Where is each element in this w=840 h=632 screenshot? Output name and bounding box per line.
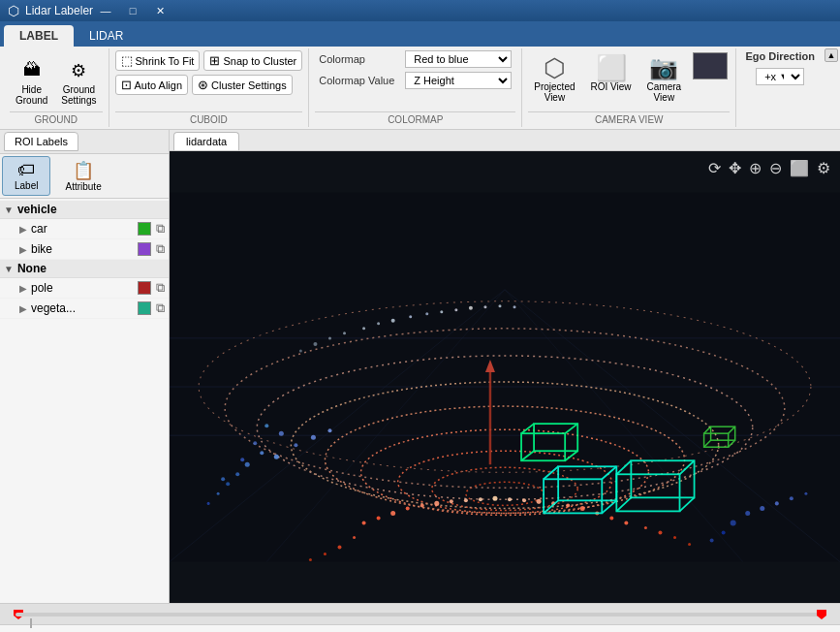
chevron-down-icon: ▼ — [4, 205, 14, 215]
viewer-toolbar: ⟳ ✥ ⊕ ⊖ ⬜ ⚙ — [706, 157, 832, 179]
tree-item-car[interactable]: ▶ car ⧉ — [0, 219, 169, 239]
ground-section-label: GROUND — [10, 111, 103, 125]
camera-thumbnail — [693, 52, 728, 79]
main-area: ROI Labels 🏷 Label 📋 Attribute ▼ vehicle… — [0, 130, 840, 603]
svg-point-56 — [377, 516, 381, 520]
svg-point-39 — [804, 492, 807, 495]
svg-point-18 — [260, 451, 264, 455]
settings-icon[interactable]: ⚙ — [815, 157, 832, 179]
pan-icon[interactable]: ✥ — [727, 157, 743, 179]
auto-align-button[interactable]: ⊡ Auto Align — [115, 75, 189, 95]
ego-label: Ego Direction — [745, 50, 815, 62]
svg-point-63 — [479, 497, 482, 501]
rotate-icon[interactable]: ⟳ — [706, 157, 723, 179]
svg-point-77 — [309, 558, 312, 561]
lidardata-tab[interactable]: lidardata — [173, 132, 239, 150]
cuboid-controls: ⬚ Shrink To Fit ⊞ Snap to Cluster ⊡ Auto… — [115, 50, 303, 111]
camera-section-label: CAMERA VIEW — [528, 111, 730, 125]
svg-point-34 — [722, 530, 726, 534]
ribbon-collapse-button[interactable]: ▲ — [824, 48, 838, 62]
svg-point-60 — [434, 501, 439, 506]
camera-icon: 📷 — [650, 54, 677, 81]
tree-item-pole[interactable]: ▶ pole ⧉ — [0, 278, 169, 299]
svg-point-73 — [624, 521, 628, 524]
cluster-settings-button[interactable]: ⊛ Cluster Settings — [192, 75, 293, 95]
svg-point-50 — [513, 305, 516, 308]
svg-point-35 — [760, 506, 764, 511]
ego-direction-select[interactable]: +x ▼ — [756, 68, 804, 85]
chevron-down-icon: ▼ — [4, 264, 14, 274]
window-controls: — □ ✕ — [93, 1, 172, 20]
roi-view-button[interactable]: ⬜ ROI View — [585, 50, 638, 96]
ego-controls: Ego Direction +x ▼ — [745, 50, 815, 125]
timeline-bar[interactable] — [16, 613, 824, 616]
sidebar-header: ROI Labels — [0, 130, 169, 154]
tab-lidar[interactable]: LIDAR — [74, 25, 139, 47]
tree-group-vehicle[interactable]: ▼ vehicle — [0, 201, 169, 219]
hide-ground-button[interactable]: 🏔 Hide Ground — [10, 53, 53, 110]
sidebar-tree: ▼ vehicle ▶ car ⧉ ▶ bike ⧉ ▼ None ▶ — [0, 199, 169, 603]
snap-to-cluster-button[interactable]: ⊞ Snap to Cluster — [203, 50, 302, 71]
zoom-in-icon[interactable]: ⊕ — [747, 157, 763, 179]
ribbon-section-camera: ⬡ Projected View ⬜ ROI View 📷 Camera Vie… — [522, 48, 736, 127]
zoom-out-icon[interactable]: ⊖ — [767, 157, 784, 179]
restore-button[interactable]: □ — [120, 1, 145, 20]
ribbon: 🏔 Hide Ground ⚙ Ground Settings GROUND ⬚… — [0, 47, 840, 130]
svg-point-21 — [226, 482, 230, 486]
chevron-right-icon: ▶ — [19, 224, 27, 235]
tree-item-vegetation[interactable]: ▶ vegeta... ⧉ — [0, 299, 169, 319]
svg-point-32 — [731, 520, 736, 525]
timeline-end-marker — [817, 610, 826, 619]
label-tool-button[interactable]: 🏷 Label — [2, 156, 50, 196]
svg-point-75 — [338, 546, 342, 550]
ribbon-tab-bar: LABEL LIDAR — [0, 21, 840, 47]
colormap-value-select[interactable]: Z Height — [405, 72, 512, 89]
projected-view-button[interactable]: ⬡ Projected View — [528, 50, 580, 107]
ground-settings-button[interactable]: ⚙ Ground Settings — [55, 53, 102, 110]
pole-copy-icon: ⧉ — [156, 280, 165, 296]
tree-group-none[interactable]: ▼ None — [0, 260, 169, 278]
ground-settings-icon: ⚙ — [65, 57, 92, 84]
roi-labels-tab[interactable]: ROI Labels — [4, 132, 78, 151]
svg-point-69 — [566, 503, 570, 507]
svg-point-59 — [420, 503, 424, 507]
ribbon-section-ground: 🏔 Hide Ground ⚙ Ground Settings GROUND — [4, 48, 109, 127]
svg-point-28 — [279, 431, 284, 436]
minimize-button[interactable]: — — [93, 1, 118, 20]
svg-point-36 — [775, 501, 779, 505]
camera-view-button[interactable]: 📷 Camera View — [641, 50, 688, 107]
viewer-tab-bar: lidardata — [170, 130, 840, 151]
vegetation-color-swatch — [138, 301, 151, 315]
cuboid-row2: ⊡ Auto Align ⊛ Cluster Settings — [115, 75, 293, 95]
lidar-visualization — [170, 151, 840, 603]
svg-point-30 — [264, 424, 268, 427]
shrink-to-fit-button[interactable]: ⬚ Shrink To Fit — [115, 50, 201, 71]
tree-item-bike[interactable]: ▶ bike ⧉ — [0, 239, 169, 260]
snap-icon: ⊞ — [209, 53, 220, 68]
cluster-settings-icon: ⊛ — [198, 78, 208, 92]
camera-thumbnail-area — [691, 50, 730, 81]
svg-point-40 — [362, 327, 365, 330]
svg-point-66 — [522, 498, 526, 502]
svg-point-67 — [537, 499, 542, 504]
attribute-tool-button[interactable]: 📋 Attribute — [52, 156, 113, 196]
vegetation-copy-icon: ⧉ — [156, 300, 165, 316]
svg-point-81 — [688, 543, 691, 546]
shrink-icon: ⬚ — [121, 53, 133, 68]
svg-point-38 — [790, 496, 793, 500]
close-button[interactable]: ✕ — [147, 1, 172, 20]
svg-point-41 — [377, 322, 380, 325]
label-tool-icon: 🏷 — [17, 160, 35, 180]
lidar-canvas[interactable]: ⟳ ✥ ⊕ ⊖ ⬜ ⚙ — [170, 151, 840, 603]
svg-point-72 — [609, 516, 613, 520]
ribbon-section-colormap: Colormap Red to blue Colormap Value Z He… — [309, 48, 522, 127]
cuboid-row1: ⬚ Shrink To Fit ⊞ Snap to Cluster — [115, 50, 303, 71]
fit-icon[interactable]: ⬜ — [788, 157, 811, 179]
svg-point-26 — [207, 502, 210, 505]
svg-point-17 — [245, 462, 250, 467]
tab-label[interactable]: LABEL — [4, 25, 74, 47]
colormap-select[interactable]: Red to blue — [405, 50, 512, 68]
svg-point-45 — [440, 310, 443, 313]
projected-view-icon: ⬡ — [541, 54, 568, 81]
svg-point-55 — [362, 521, 366, 524]
